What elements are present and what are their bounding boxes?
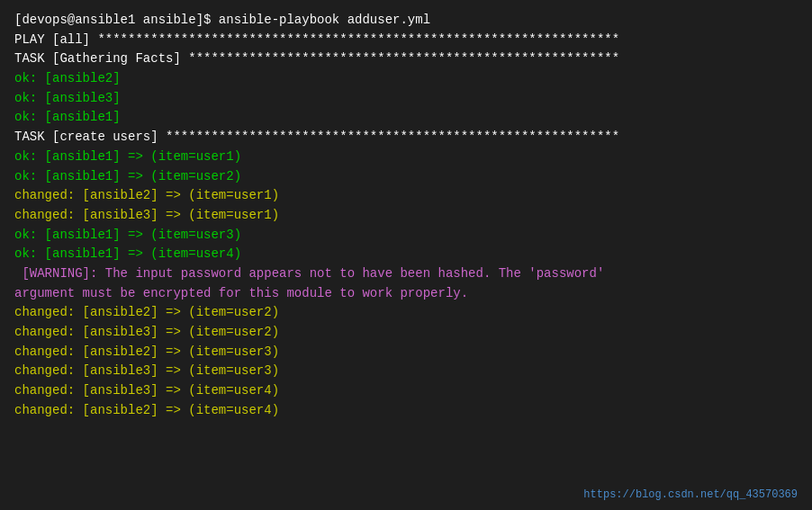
terminal-line: changed: [ansible3] => (item=user3) [14,362,798,381]
terminal-line: ok: [ansible1] => (item=user3) [14,226,798,246]
terminal-line: changed: [ansible2] => (item=user1) [14,186,798,206]
watermark-text: https://blog.csdn.net/qq_43570369 [583,488,798,501]
terminal-line: changed: [ansible2] => (item=user3) [14,343,798,362]
terminal-line: TASK [Gathering Facts] *****************… [14,49,798,69]
terminal-line: ok: [ansible2] [14,69,798,89]
terminal-line: ok: [ansible1] [14,108,798,128]
terminal-line: changed: [ansible2] => (item=user2) [14,303,798,323]
terminal-line: argument must be encrypted for this modu… [14,284,798,304]
terminal-output: [devops@ansible1 ansible]$ ansible-playb… [14,11,798,420]
terminal-line: ok: [ansible1] => (item=user2) [14,167,798,187]
terminal-line: TASK [create users] ********************… [14,128,798,148]
terminal-line: [devops@ansible1 ansible]$ ansible-playb… [14,11,798,31]
terminal-line: changed: [ansible3] => (item=user1) [14,206,798,226]
terminal-line: PLAY [all] *****************************… [14,31,798,50]
terminal-line: changed: [ansible3] => (item=user4) [14,381,798,401]
terminal-line: ok: [ansible1] => (item=user1) [14,148,798,167]
terminal-line: changed: [ansible2] => (item=user4) [14,401,798,421]
terminal-line: ok: [ansible3] [14,89,798,109]
terminal-line: changed: [ansible3] => (item=user2) [14,323,798,343]
terminal-line: [WARNING]: The input password appears no… [14,264,798,284]
terminal-line: ok: [ansible1] => (item=user4) [14,245,798,264]
